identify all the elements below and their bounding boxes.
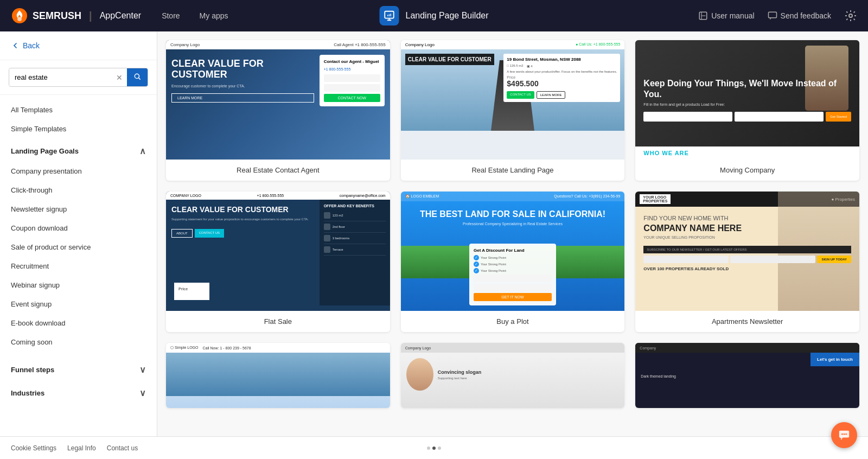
templates-grid: Company Logo Call Agent +1 800-555-555 C… — [166, 40, 859, 408]
sidebar-item-simple-templates[interactable]: Simple Templates — [0, 119, 157, 138]
user-manual-link[interactable]: User manual — [698, 11, 754, 21]
cookie-settings-link[interactable]: Cookie Settings — [11, 444, 56, 452]
template-card-moving-company[interactable]: Keep Doing Your Things, We'll Move Inste… — [635, 40, 859, 181]
template-name-real-estate-landing: Real Estate Landing Page — [401, 160, 625, 181]
funnel-chevron-icon: ∨ — [139, 365, 146, 375]
call-agent-text: Call Agent +1 800-555-555 — [334, 42, 385, 47]
flat-sale-mockup: COMPANY LOGO +1 800-555-555 companyname@… — [166, 192, 390, 311]
re-desc: A few words about your product/offer. Fo… — [507, 70, 617, 73]
template-preview-flat-sale: COMPANY LOGO +1 800-555-555 companyname@… — [166, 192, 390, 311]
re-learn-more-btn-2: LEARN MORE — [537, 91, 566, 99]
re-form-name-field — [324, 74, 380, 82]
chat-button[interactable] — [831, 422, 857, 448]
legal-info-link[interactable]: Legal Info — [67, 444, 96, 452]
logo-area: SEMRUSH | AppCenter — [11, 7, 141, 24]
sidebar-item-recruitment[interactable]: Recruitment — [0, 257, 157, 276]
re-contact-text: CLEAR VALUE FOR CUSTOMER Encourage custo… — [171, 59, 314, 103]
template-card-partial-3[interactable]: Company Let's get in touch Dark themed l… — [635, 343, 859, 408]
sidebar-item-webinar-signup[interactable]: Webinar signup — [0, 276, 157, 295]
partial-text-2: Convincing slogan Supporting text here — [438, 369, 482, 380]
template-card-buy-plot[interactable]: 🏠 LOGO EMBLEM Questions? Call Us: +3(891… — [401, 192, 625, 332]
goals-items: Company presentation Click-through Newsl… — [0, 162, 157, 357]
search-box: ✕ — [9, 68, 148, 87]
flat-email: companyname@office.com — [340, 194, 386, 197]
re-landing-header-bar: Company Logo ● Call Us: +1 800-555-555 — [401, 40, 625, 49]
sidebar-item-ebook-download[interactable]: E-book download — [0, 314, 157, 333]
check-icon-2: ✓ — [474, 262, 479, 267]
industries-header[interactable]: Industries ∨ — [0, 380, 157, 404]
template-card-real-estate-contact[interactable]: Company Logo Call Agent +1 800-555-555 C… — [166, 40, 390, 181]
partial-preview-3: Company Let's get in touch Dark themed l… — [635, 343, 859, 408]
flat-left-content: CLEAR VALUE FOR CUSTOMER Supporting stat… — [166, 200, 320, 305]
goals-chevron-icon: ∧ — [139, 146, 146, 156]
re-price-label: Price — [507, 75, 617, 79]
semrush-logo-icon — [11, 7, 28, 24]
book-icon — [698, 11, 708, 21]
apt-newsletter-mockup: YOUR LOGOPROPERTIES ● Properties FIND YO… — [635, 192, 859, 311]
apt-logo: YOUR LOGOPROPERTIES — [640, 194, 671, 204]
back-button[interactable]: Back — [0, 31, 157, 60]
re-learn-more-btn: LEARN MORE — [171, 93, 314, 103]
apt-email-field — [730, 256, 815, 263]
sidebar-item-coupon-download[interactable]: Coupon download — [0, 219, 157, 238]
template-card-partial-1[interactable]: ⬡ Simple LOGO Call Now: 1 - 800 239 - 56… — [166, 343, 390, 408]
sidebar-menu: All Templates Simple Templates Landing P… — [0, 95, 157, 409]
flat-desc: Supporting statement for your value prop… — [171, 218, 314, 221]
partial-content-2: Convincing slogan Supporting text here — [401, 353, 625, 396]
re-contact-phone: +1 800-555-555 — [324, 67, 380, 71]
plot-check-1: ✓ Your Strong Point — [474, 255, 552, 260]
re-landing-mockup: Company Logo ● Call Us: +1 800-555-555 C… — [401, 40, 625, 160]
search-icon — [133, 73, 141, 80]
template-card-apartments-newsletter[interactable]: YOUR LOGOPROPERTIES ● Properties FIND YO… — [635, 192, 859, 332]
settings-icon[interactable] — [844, 9, 857, 22]
flat-features-panel: OFFER AND KEY BENEFITS 123 m2 2nd floor — [320, 200, 390, 305]
flat-feature-icon-2 — [324, 224, 330, 230]
plot-logo: 🏠 LOGO EMBLEM — [405, 194, 439, 199]
sidebar-item-event-signup[interactable]: Event signup — [0, 295, 157, 314]
search-area: ✕ — [0, 60, 157, 95]
re-contact-form: Contact our Agent - Miguel +1 800-555-55… — [320, 55, 385, 106]
send-feedback-link[interactable]: Send feedback — [768, 11, 831, 21]
chat-icon — [838, 429, 850, 441]
partial-logo-1: ⬡ Simple LOGO — [170, 346, 199, 350]
plot-phone: Questions? Call Us: +3(891) 234-56-99 — [554, 194, 620, 199]
flat-feature-icon-3 — [324, 235, 330, 241]
store-link[interactable]: Store — [157, 9, 184, 22]
my-apps-link[interactable]: My apps — [195, 9, 233, 22]
contact-us-link[interactable]: Contact us — [107, 444, 138, 452]
semrush-text: SEMRUSH — [33, 10, 81, 22]
re-contact-mockup: Company Logo Call Agent +1 800-555-555 C… — [166, 40, 390, 160]
plot-header-bar: 🏠 LOGO EMBLEM Questions? Call Us: +3(891… — [401, 192, 625, 201]
funnel-steps-header[interactable]: Funnel steps ∨ — [0, 357, 157, 380]
landing-page-goals-header[interactable]: Landing Page Goals ∧ — [0, 138, 157, 162]
template-card-partial-2[interactable]: Company Logo Convincing slogan Supportin… — [401, 343, 625, 408]
flat-feature-1: 123 m2 — [324, 210, 386, 221]
apt-subscribe-bar: SUBSCRIBE TO OUR NEWSLETTER / GET OUR LA… — [643, 246, 851, 253]
plot-form-title: Get A Discount For Land — [474, 248, 552, 253]
flat-offer-title: OFFER AND KEY BENEFITS — [324, 204, 386, 208]
template-card-flat-sale[interactable]: COMPANY LOGO +1 800-555-555 companyname@… — [166, 192, 390, 332]
flat-main-content: CLEAR VALUE FOR CUSTOMER Supporting stat… — [166, 200, 390, 305]
search-clear-button[interactable]: ✕ — [112, 70, 127, 85]
sidebar-item-click-through[interactable]: Click-through — [0, 181, 157, 200]
re-contact-us-btn: CONTACT US — [507, 91, 534, 99]
apt-selling-prop: YOUR UNIQUE SELLING PROPOSITION — [643, 235, 851, 239]
apt-find-text: FIND YOUR NEW HOME WITH — [643, 215, 851, 221]
moving-co-mockup: Keep Doing Your Things, We'll Move Inste… — [635, 40, 859, 160]
partial-bg-1 — [166, 353, 390, 396]
sidebar-item-coming-soon[interactable]: Coming soon — [0, 333, 157, 352]
search-submit-button[interactable] — [127, 68, 148, 86]
template-preview-real-estate-landing: Company Logo ● Call Us: +1 800-555-555 C… — [401, 40, 625, 160]
sidebar-item-company-presentation[interactable]: Company presentation — [0, 162, 157, 181]
sidebar-item-all-templates[interactable]: All Templates — [0, 100, 157, 119]
industries-chevron-icon: ∨ — [139, 388, 146, 398]
sidebar-item-newsletter-signup[interactable]: Newsletter signup — [0, 200, 157, 219]
template-name-buy-plot: Buy a Plot — [401, 311, 625, 332]
search-input[interactable] — [9, 69, 112, 86]
re-contact-sub: Encourage customer to complete your CTA. — [171, 84, 314, 88]
template-card-real-estate-landing[interactable]: Company Logo ● Call Us: +1 800-555-555 C… — [401, 40, 625, 181]
apt-main-content: FIND YOUR NEW HOME WITH COMPANY NAME HER… — [635, 207, 859, 279]
moving-cta-btn: Get Started — [826, 112, 851, 122]
apt-form-row: SIGN UP TODAY — [643, 256, 851, 263]
sidebar-item-sale-product[interactable]: Sale of product or service — [0, 238, 157, 257]
